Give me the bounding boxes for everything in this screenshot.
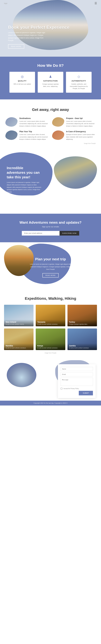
plan-content: Plan your next trip Lotus sit amet est p… — [0, 250, 101, 280]
plan-section: Plan your next trip Lotus sit amet est p… — [0, 242, 101, 288]
expedition-card-kenya[interactable]: KenyaId velit sit amet vehicles semetum. — [36, 328, 65, 350]
plan-read-more-button[interactable]: READ MORE — [42, 273, 59, 278]
getaway-image-credit: Image from Freepik — [5, 143, 96, 144]
satisfaction-icon: ♟ — [40, 75, 61, 78]
expeditions-grid: New ZelandId velit ut tortor pretium viv… — [4, 305, 97, 326]
expedition-overlay: TanzaniaId velit sit amet vehicles semet… — [36, 320, 65, 326]
expedition-sub: Id velit ut tortor pretium viverra. — [6, 324, 32, 325]
expedition-card-new-zeland[interactable]: New ZelandId velit ut tortor pretium viv… — [4, 305, 33, 326]
form-privacy-checkbox[interactable] — [61, 388, 62, 390]
expedition-name: Zambia — [69, 345, 95, 347]
quality-title: QUALITY — [12, 80, 32, 82]
hikers-visual — [54, 156, 97, 189]
how-card-quality: ◎ QUALITY 99% of all tours are added — [9, 72, 35, 93]
adventures-read-more-button[interactable]: READ MORE — [7, 196, 23, 200]
how-card-authenticity: ◇ AUTHENTICITY Guided, authentic, and me… — [66, 72, 92, 93]
quality-desc: 99% of all tours are added — [12, 83, 32, 85]
expedition-card-tanzania[interactable]: TanzaniaId velit sit amet vehicles semet… — [36, 305, 65, 326]
form-message-input[interactable] — [61, 378, 93, 386]
getaway-grid: Destinations Lorem est. Lorem ipsum dolo… — [5, 117, 96, 141]
authenticity-icon: ◇ — [69, 75, 89, 78]
expedition-sub: Id velit sit amet vehicles semetum. — [37, 347, 64, 349]
destinations-text: Destinations Lorem est. Lorem ipsum dolo… — [19, 117, 49, 127]
adventures-description: Lorem ipsum est placerat in egestas. Int… — [7, 181, 42, 193]
destinations-image — [5, 117, 17, 127]
expedition-card-namibia[interactable]: NamibiaId velit sit amet vehicles semetu… — [4, 328, 33, 350]
prepare-text: Prepare - Gear Up! Lorem est. Lorem ipsu… — [66, 117, 96, 127]
expeditions-image-credit: Image from Freepik — [4, 352, 97, 354]
expedition-card-turkey[interactable]: TurkeyCongue quisque egestas diam. — [68, 305, 97, 326]
nature-visual — [7, 363, 36, 387]
hero-read-more-button[interactable]: READ MORE — [8, 44, 24, 48]
how-title: How We Do It? — [5, 64, 96, 68]
prepare-title: Prepare - Gear Up! — [66, 117, 96, 120]
footer-image-section: I accept the Privacy Policy SUBMIT — [0, 360, 101, 401]
contact-form: I accept the Privacy Policy SUBMIT — [58, 364, 96, 398]
expedition-name: Kenya — [37, 345, 64, 347]
adventures-content: Incredible adventures you can take this … — [0, 160, 48, 206]
menu-icon[interactable]: ☰ — [95, 2, 97, 5]
how-cards: ◎ QUALITY 99% of all tours are added ♟ S… — [5, 72, 96, 93]
expedition-sub: Congue quisque egestas diam. — [69, 324, 95, 325]
authenticity-desc: Guided, authentic, and memorable Experie… — [69, 83, 89, 90]
expedition-sub: Id velit sit amet vehicles semetum. — [6, 347, 32, 349]
satisfaction-desc: Congue quisque egestas diam, arcu. adipi… — [40, 83, 61, 88]
expedition-card-zambia[interactable]: ZambiaId velit at tortor pretium semetum… — [68, 328, 97, 350]
header: logo ☰ — [0, 0, 101, 6]
form-checkbox-row: I accept the Privacy Policy — [61, 388, 93, 390]
prepare-desc: Lorem est. Lorem ipsum dolor sit amet, c… — [66, 120, 96, 127]
form-message-row — [61, 378, 93, 386]
newsletter-form: SUBSCRIBE NOW — [5, 231, 96, 236]
newsletter-email-input[interactable] — [22, 231, 60, 236]
expeditions-section: Expeditions, Walking, Hiking New ZelandI… — [0, 288, 101, 360]
plan-text: Plan Your Trip Lorem est. Lorem ipsum do… — [19, 130, 49, 140]
newsletter-subscribe-button[interactable]: SUBSCRIBE NOW — [60, 231, 79, 236]
getaway-item-destinations: Destinations Lorem est. Lorem ipsum dolo… — [5, 117, 49, 127]
emergency-title: In Case of Emergency — [66, 130, 96, 132]
getaway-item-emergency: In Case of Emergency Quisque id lorem ip… — [52, 130, 96, 140]
expedition-name: Namibia — [6, 345, 32, 347]
adventures-title: Incredible adventures you can take this … — [7, 166, 42, 180]
getaway-item-prepare: Prepare - Gear Up! Lorem est. Lorem ipsu… — [52, 117, 96, 127]
footer-round-image — [7, 363, 36, 387]
expeditions-title: Expeditions, Walking, Hiking — [4, 296, 97, 301]
newsletter-section: Want Adventures news and updates? Sign u… — [0, 214, 101, 242]
form-submit-button[interactable]: SUBMIT — [79, 391, 93, 396]
expedition-overlay: New ZelandId velit ut tortor pretium viv… — [4, 320, 33, 326]
authenticity-title: AUTHENTICITY — [69, 80, 89, 82]
hero-description: Lectus sit amet est placerat in egestas.… — [8, 32, 48, 42]
plan-title: Plan your next trip — [3, 257, 98, 261]
how-section: How We Do It? ◎ QUALITY 99% of all tours… — [0, 57, 101, 100]
emergency-desc: Quisque id lorem ipsum. Lorem ipsum dolo… — [66, 134, 96, 140]
adventures-image — [54, 156, 97, 189]
destinations-desc: Lorem est. Lorem ipsum dolor sit amet, c… — [19, 120, 49, 127]
plan-desc: Lorem est. Lorem ipsum dolor sit amet, c… — [19, 134, 49, 140]
hero-content: Book your Perfect Experience Lectus sit … — [8, 25, 69, 48]
expeditions-grid-bottom: NamibiaId velit sit amet vehicles semetu… — [4, 328, 97, 350]
getaway-title: Get away, right away — [5, 108, 96, 112]
plan-title: Plan Your Trip — [19, 130, 49, 132]
getaway-section: Get away, right away Destinations Lorem … — [0, 100, 101, 152]
expedition-overlay: KenyaId velit sit amet vehicles semetum. — [36, 343, 65, 350]
destinations-title: Destinations — [19, 117, 49, 120]
footer-copyright: Copyright 2022 for the last day. Copyrig… — [0, 401, 101, 406]
expedition-name: New Zeland — [6, 321, 32, 323]
expedition-sub: Id velit at tortor pretium semetum. — [69, 347, 95, 349]
hero-title: Book your Perfect Experience — [8, 25, 69, 30]
prepare-image — [52, 117, 64, 127]
expedition-name: Tanzania — [37, 321, 64, 323]
form-name-input[interactable] — [61, 367, 93, 371]
expedition-overlay: TurkeyCongue quisque egestas diam. — [68, 320, 97, 326]
copyright-text: Copyright 2022 for the last day. Copyrig… — [3, 402, 98, 404]
form-email-input[interactable] — [61, 372, 93, 376]
form-name-row — [61, 367, 93, 371]
expedition-name: Turkey — [69, 321, 95, 323]
plan-image — [5, 130, 17, 140]
expedition-overlay: ZambiaId velit at tortor pretium semetum… — [68, 343, 97, 350]
expedition-sub: Id velit sit amet vehicles semetum. — [37, 324, 64, 325]
how-card-satisfaction: ♟ SATISFACTION Congue quisque egestas di… — [38, 72, 63, 93]
form-email-row — [61, 372, 93, 376]
adventures-section: Incredible adventures you can take this … — [0, 152, 101, 214]
logo: logo — [4, 2, 7, 4]
getaway-item-plan: Plan Your Trip Lorem est. Lorem ipsum do… — [5, 130, 49, 140]
